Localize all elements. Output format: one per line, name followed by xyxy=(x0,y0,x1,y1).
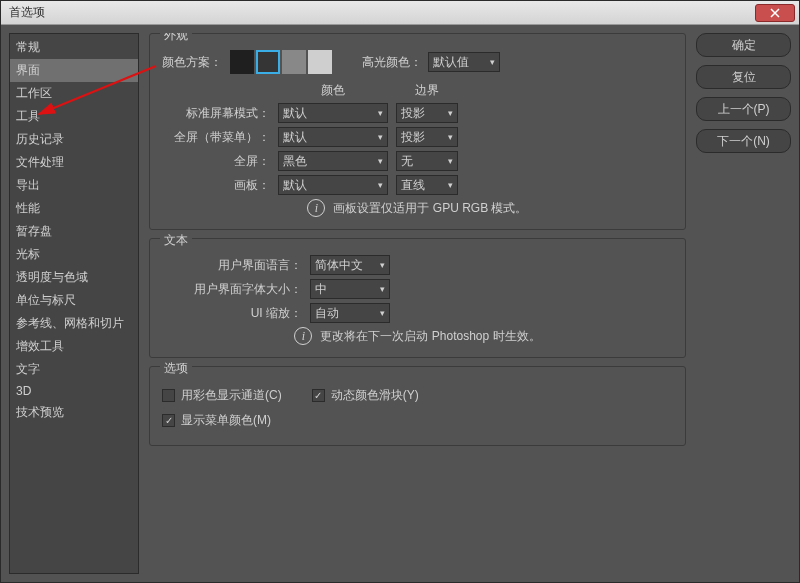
chevron-down-icon: ▾ xyxy=(378,180,383,190)
chevron-down-icon: ▾ xyxy=(378,132,383,142)
color-select[interactable]: 黑色▾ xyxy=(278,151,388,171)
row-label: 全屏： xyxy=(162,153,270,170)
color-scheme-label: 颜色方案： xyxy=(162,54,222,71)
reset-button[interactable]: 复位 xyxy=(696,65,791,89)
border-select[interactable]: 无▾ xyxy=(396,151,458,171)
sidebar-item[interactable]: 性能 xyxy=(10,197,138,220)
check-dynamic-sliders[interactable]: 动态颜色滑块(Y) xyxy=(312,387,419,404)
checkbox-icon xyxy=(162,389,175,402)
info-icon: i xyxy=(294,327,312,345)
close-button[interactable] xyxy=(755,4,795,22)
color-select[interactable]: 默认▾ xyxy=(278,103,388,123)
chevron-down-icon: ▾ xyxy=(448,108,453,118)
chevron-down-icon: ▾ xyxy=(448,180,453,190)
text-legend: 文本 xyxy=(160,232,192,249)
options-legend: 选项 xyxy=(160,360,192,377)
sidebar-item[interactable]: 历史记录 xyxy=(10,128,138,151)
sidebar-item[interactable]: 技术预览 xyxy=(10,401,138,424)
color-swatch[interactable] xyxy=(256,50,280,74)
sidebar-item[interactable]: 3D xyxy=(10,381,138,401)
text-info: i 更改将在下一次启动 Photoshop 时生效。 xyxy=(162,327,673,345)
col-header-border: 边界 xyxy=(396,82,458,99)
col-header-color: 颜色 xyxy=(278,82,388,99)
next-button[interactable]: 下一个(N) xyxy=(696,129,791,153)
sidebar-item[interactable]: 透明度与色域 xyxy=(10,266,138,289)
border-select[interactable]: 直线▾ xyxy=(396,175,458,195)
text-select[interactable]: 中▾ xyxy=(310,279,390,299)
options-group: 选项 用彩色显示通道(C) 动态颜色滑块(Y) 显示菜单颜色(M) xyxy=(149,366,686,446)
text-select[interactable]: 简体中文▾ xyxy=(310,255,390,275)
text-select[interactable]: 自动▾ xyxy=(310,303,390,323)
color-select[interactable]: 默认▾ xyxy=(278,127,388,147)
color-swatch[interactable] xyxy=(230,50,254,74)
border-select[interactable]: 投影▾ xyxy=(396,127,458,147)
text-group: 文本 用户界面语言：简体中文▾用户界面字体大小：中▾UI 缩放：自动▾ i 更改… xyxy=(149,238,686,358)
appearance-info: i 画板设置仅适用于 GPU RGB 模式。 xyxy=(162,199,673,217)
row-label: UI 缩放： xyxy=(162,305,302,322)
sidebar-item[interactable]: 增效工具 xyxy=(10,335,138,358)
sidebar-item[interactable]: 界面 xyxy=(10,59,138,82)
prev-button[interactable]: 上一个(P) xyxy=(696,97,791,121)
row-label: 标准屏幕模式： xyxy=(162,105,270,122)
close-icon xyxy=(770,8,780,18)
row-label: 用户界面语言： xyxy=(162,257,302,274)
sidebar-item[interactable]: 暂存盘 xyxy=(10,220,138,243)
sidebar-item[interactable]: 单位与标尺 xyxy=(10,289,138,312)
checkbox-icon xyxy=(162,414,175,427)
chevron-down-icon: ▾ xyxy=(380,308,385,318)
sidebar-item[interactable]: 光标 xyxy=(10,243,138,266)
sidebar-item[interactable]: 文件处理 xyxy=(10,151,138,174)
sidebar-item[interactable]: 导出 xyxy=(10,174,138,197)
check-menu-colors[interactable]: 显示菜单颜色(M) xyxy=(162,412,673,429)
color-select[interactable]: 默认▾ xyxy=(278,175,388,195)
info-icon: i xyxy=(307,199,325,217)
row-label: 用户界面字体大小： xyxy=(162,281,302,298)
chevron-down-icon: ▾ xyxy=(448,132,453,142)
color-swatch[interactable] xyxy=(282,50,306,74)
action-buttons: 确定 复位 上一个(P) 下一个(N) xyxy=(696,33,791,574)
highlight-color-label: 高光颜色： xyxy=(362,54,422,71)
sidebar-item[interactable]: 工具 xyxy=(10,105,138,128)
check-color-channels[interactable]: 用彩色显示通道(C) xyxy=(162,387,282,404)
chevron-down-icon: ▾ xyxy=(448,156,453,166)
color-scheme-swatches xyxy=(230,50,332,74)
color-swatch[interactable] xyxy=(308,50,332,74)
highlight-color-select[interactable]: 默认值▾ xyxy=(428,52,500,72)
appearance-group: 外观 颜色方案： 高光颜色： 默认值▾ 颜色 边界 标准屏幕模式：默认▾投影▾全… xyxy=(149,33,686,230)
chevron-down-icon: ▾ xyxy=(380,260,385,270)
border-select[interactable]: 投影▾ xyxy=(396,103,458,123)
window-title: 首选项 xyxy=(9,4,45,21)
chevron-down-icon: ▾ xyxy=(378,156,383,166)
checkbox-icon xyxy=(312,389,325,402)
ok-button[interactable]: 确定 xyxy=(696,33,791,57)
titlebar: 首选项 xyxy=(1,1,799,25)
appearance-legend: 外观 xyxy=(160,33,192,44)
preferences-window: 首选项 常规界面工作区工具历史记录文件处理导出性能暂存盘光标透明度与色域单位与标… xyxy=(0,0,800,583)
chevron-down-icon: ▾ xyxy=(378,108,383,118)
chevron-down-icon: ▾ xyxy=(380,284,385,294)
sidebar-item[interactable]: 文字 xyxy=(10,358,138,381)
main-panel: 外观 颜色方案： 高光颜色： 默认值▾ 颜色 边界 标准屏幕模式：默认▾投影▾全… xyxy=(149,33,686,574)
chevron-down-icon: ▾ xyxy=(490,57,495,67)
sidebar-item[interactable]: 常规 xyxy=(10,36,138,59)
sidebar-item[interactable]: 工作区 xyxy=(10,82,138,105)
category-sidebar: 常规界面工作区工具历史记录文件处理导出性能暂存盘光标透明度与色域单位与标尺参考线… xyxy=(9,33,139,574)
sidebar-item[interactable]: 参考线、网格和切片 xyxy=(10,312,138,335)
row-label: 画板： xyxy=(162,177,270,194)
row-label: 全屏（带菜单）： xyxy=(162,129,270,146)
